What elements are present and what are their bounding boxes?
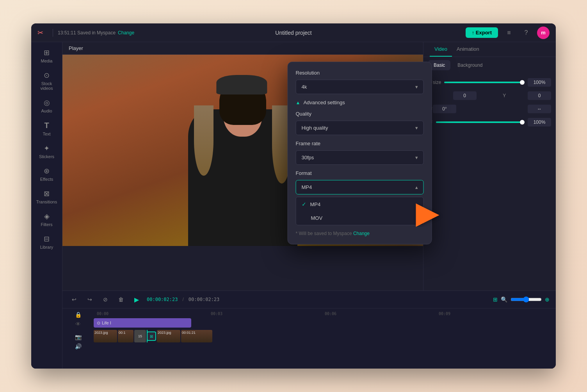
track-icons: 🔒 👁 📷 🔊 <box>62 310 94 351</box>
redo-button[interactable]: ↪ <box>84 294 95 305</box>
size-value: 100% <box>528 78 551 87</box>
tab-animation[interactable]: Animation <box>452 42 484 57</box>
player-header: Player <box>62 42 423 55</box>
clip-4-label: 2023.jpg <box>158 331 171 335</box>
subtab-background[interactable]: Background <box>452 60 488 70</box>
split-button[interactable]: ⊘ <box>100 294 111 305</box>
sidebar-item-audio[interactable]: ◎ Audio <box>33 95 60 116</box>
x-value: 0 <box>453 91 477 100</box>
sidebar-label-effects: Effects <box>40 177 53 182</box>
time-divider: / <box>182 297 183 302</box>
opacity-slider-thumb[interactable] <box>520 120 525 125</box>
rotation-row: ↺ 0° ↔ <box>428 105 551 113</box>
clip-3-label: 15 <box>138 334 142 338</box>
play-button[interactable]: ▶ <box>131 294 142 305</box>
main-layout: ⊞ Media ⊙ Stock videos ◎ Audio T Text ✦ … <box>31 42 556 369</box>
export-modal: Resolution 4k ▾ ▲ Advanced settings Qual… <box>288 62 432 244</box>
export-button[interactable]: ↑ Export <box>466 27 498 38</box>
format-value: MP4 <box>302 184 312 190</box>
delete-button[interactable]: 🗑 <box>116 294 126 305</box>
resolution-select[interactable]: 4k ▾ <box>296 80 424 94</box>
sidebar-item-stock-videos[interactable]: ⊙ Stock videos <box>33 68 60 94</box>
subtab-background-label: Background <box>457 62 482 68</box>
quality-label: Quality <box>296 111 424 117</box>
stickers-icon: ✦ <box>44 144 50 153</box>
cursor-arrow-container <box>412 203 443 228</box>
opacity-row: ↺ 100% <box>428 118 551 127</box>
frame-rate-label: Frame rate <box>296 141 424 146</box>
sidebar-item-transitions[interactable]: ⊠ Transitions <box>33 186 60 207</box>
sidebar-label-text: Text <box>43 132 50 136</box>
app-window: ✂ 13:51:11 Saved in Myspace Change Untit… <box>31 23 556 369</box>
size-slider-track[interactable] <box>444 82 525 83</box>
format-option-mp4[interactable]: ✓ MP4 <box>296 197 423 211</box>
help-icon-button[interactable]: ? <box>520 27 532 39</box>
sidebar-item-filters[interactable]: ◈ Filters <box>33 209 60 230</box>
timeline-right-controls: ⊞ 🔍 ⊕ <box>493 296 550 303</box>
opacity-slider <box>436 121 525 123</box>
quality-select[interactable]: High quality ▾ <box>296 121 424 135</box>
menu-icon-button[interactable]: ≡ <box>503 27 515 39</box>
advanced-settings-toggle[interactable]: ▲ Advanced settings <box>296 100 424 105</box>
sidebar: ⊞ Media ⊙ Stock videos ◎ Audio T Text ✦ … <box>31 42 62 369</box>
change-link[interactable]: Change <box>118 30 134 36</box>
xy-row: X 0 Y 0 <box>428 91 551 100</box>
playhead-marker[interactable]: ⊠ <box>147 331 156 341</box>
size-slider <box>444 82 525 83</box>
zoom-in-icon[interactable]: ⊕ <box>545 296 550 303</box>
panel-tabs: Video Animation <box>423 42 556 57</box>
sidebar-item-media[interactable]: ⊞ Media <box>33 45 60 66</box>
track-clip-img-5[interactable]: 00:01:21 <box>181 330 212 342</box>
track-clip-img-4[interactable]: 2023.jpg <box>157 330 180 342</box>
timeline-ruler: 00:00 00:03 00:06 00:09 <box>94 312 556 316</box>
app-logo: ✂ <box>37 29 43 37</box>
opacity-slider-track[interactable] <box>436 121 525 123</box>
sidebar-item-effects[interactable]: ⊛ Effects <box>33 164 60 185</box>
format-option-mov[interactable]: MOV <box>296 211 423 225</box>
format-select[interactable]: MP4 ▴ <box>296 180 424 194</box>
sidebar-item-library[interactable]: ⊟ Library <box>33 232 60 253</box>
modal-footer: * Will be saved to Myspace Change <box>296 231 424 236</box>
zoom-out-icon[interactable]: 🔍 <box>501 296 507 303</box>
tab-video[interactable]: Video <box>430 42 452 57</box>
flip-value: ↔ <box>528 105 551 113</box>
sidebar-label-transitions: Transitions <box>36 200 57 204</box>
track-clip-life[interactable]: ⊙ Life I <box>94 318 191 328</box>
sidebar-item-text[interactable]: T Text <box>33 118 60 139</box>
size-slider-thumb[interactable] <box>520 80 525 85</box>
sound-icon: 🔊 <box>75 343 82 349</box>
resolution-label: Resolution <box>296 70 424 76</box>
timeline-tracks: 00:00 00:03 00:06 00:09 ⊙ Life I <box>94 310 556 351</box>
sidebar-item-stickers[interactable]: ✦ Stickers <box>33 141 60 162</box>
current-time: 00:00:02:23 <box>147 297 178 302</box>
track-life-icon: ⊙ <box>97 321 100 326</box>
undo-button[interactable]: ↩ <box>69 294 80 305</box>
frame-rate-value: 30fps <box>302 155 314 160</box>
person-figure <box>184 59 301 246</box>
track-clip-img-2[interactable]: 00:1 <box>118 330 133 342</box>
frame-rate-select[interactable]: 30fps ▾ <box>296 150 424 165</box>
zoom-markers-icon[interactable]: ⊞ <box>493 296 498 303</box>
resolution-value: 4k <box>302 84 307 90</box>
sidebar-label-filters: Filters <box>41 222 53 227</box>
track-clips-row: 2023.jpg 00:1 15 <box>94 330 556 342</box>
y-label: Y <box>503 93 506 98</box>
track-clip-img-1[interactable]: 2023.jpg <box>94 330 117 342</box>
camera-icon: 📷 <box>75 334 82 340</box>
playhead-icon: ⊠ <box>150 334 153 339</box>
y-value: 0 <box>528 91 551 100</box>
clip-2-label: 00:1 <box>119 331 126 335</box>
effects-icon: ⊛ <box>44 167 50 175</box>
ruler-mark-2: 00:06 <box>325 312 439 316</box>
quality-chevron-icon: ▾ <box>415 125 418 131</box>
track-clip-img-3[interactable]: 15 <box>134 330 146 342</box>
library-icon: ⊟ <box>44 235 50 243</box>
footer-change-link[interactable]: Change <box>353 231 370 236</box>
format-dropdown-options: ✓ MP4 MOV <box>296 197 424 225</box>
zoom-slider[interactable] <box>511 296 542 303</box>
user-avatar[interactable]: m <box>537 27 550 39</box>
sidebar-label-audio: Audio <box>41 109 52 113</box>
rotation-value: 0° <box>433 105 456 113</box>
header-divider <box>53 29 53 37</box>
size-row: ↺ size 100% <box>428 78 551 87</box>
